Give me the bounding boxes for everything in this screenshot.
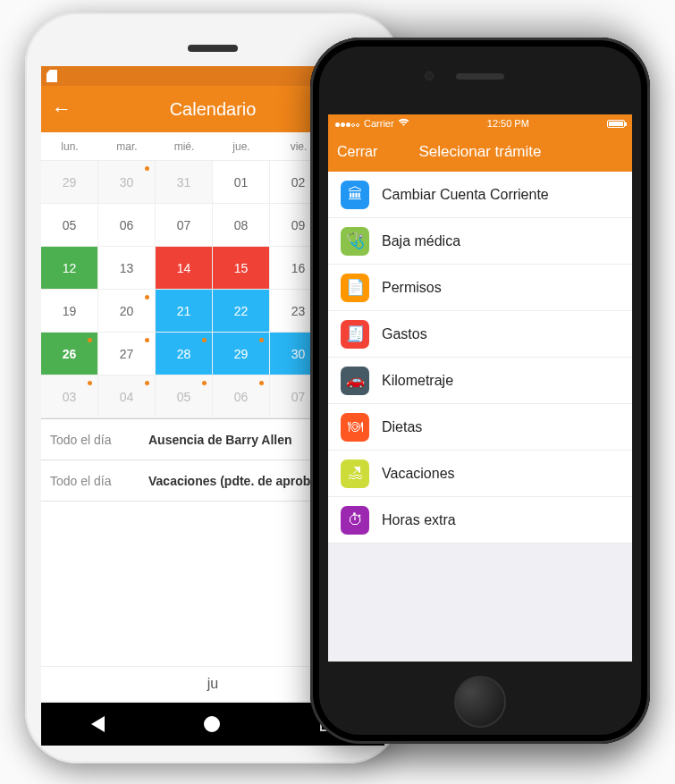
- event-dot-icon: [259, 338, 264, 342]
- event-dot-icon: [202, 338, 207, 342]
- list-item-label: Baja médica: [382, 233, 460, 249]
- clock-icon: ⏱: [341, 506, 369, 535]
- device-speaker: [456, 73, 504, 80]
- calendar-cell[interactable]: 05: [156, 375, 213, 418]
- calendar-cell[interactable]: 04: [98, 375, 156, 418]
- list-item[interactable]: 🚗Kilometraje: [328, 358, 632, 404]
- event-dot-icon: [202, 381, 207, 385]
- event-time: Todo el día: [50, 433, 148, 447]
- calendar-cell[interactable]: 12: [41, 247, 98, 290]
- document-icon: 📄: [341, 274, 369, 302]
- list-item[interactable]: 🩺Baja médica: [328, 218, 632, 265]
- battery-icon: [607, 120, 625, 128]
- ios-statusbar: Carrier 12:50 PM: [328, 114, 632, 132]
- signal-dots-icon: [335, 118, 360, 129]
- tramite-list: 🏛Cambiar Cuenta Corriente🩺Baja médica📄Pe…: [328, 172, 632, 544]
- nav-back-icon[interactable]: [91, 716, 105, 732]
- list-item-label: Permisos: [382, 280, 442, 296]
- calendar-cell[interactable]: 19: [41, 290, 98, 333]
- beach-icon: 🏖: [341, 459, 369, 488]
- list-item-label: Horas extra: [382, 512, 456, 528]
- clock-label: 12:50 PM: [487, 118, 529, 129]
- calendar-cell[interactable]: 08: [213, 204, 270, 247]
- list-item-label: Kilometraje: [382, 373, 453, 389]
- event-dot-icon: [259, 381, 264, 385]
- event-dot-icon: [145, 295, 149, 299]
- calendar-cell[interactable]: 07: [156, 204, 213, 247]
- calendar-cell[interactable]: 30: [98, 161, 156, 204]
- calendar-cell[interactable]: 29: [41, 161, 98, 204]
- weekday-label: lun.: [41, 132, 98, 160]
- car-icon: 🚗: [341, 367, 369, 395]
- list-item[interactable]: 🧾Gastos: [328, 311, 632, 358]
- event-time: Todo el día: [50, 474, 148, 488]
- list-item[interactable]: 🏖Vacaciones: [328, 451, 632, 497]
- calendar-cell[interactable]: 21: [156, 290, 213, 333]
- calendar-cell[interactable]: 27: [98, 333, 156, 375]
- calendar-cell[interactable]: 29: [213, 333, 270, 375]
- meal-icon: 🍽: [341, 413, 369, 442]
- list-item[interactable]: 🏛Cambiar Cuenta Corriente: [328, 172, 632, 218]
- event-dot-icon: [145, 381, 149, 385]
- iphone-device: Carrier 12:50 PM Cerrar Selecionar trámi…: [310, 38, 650, 744]
- weekday-label: mié.: [156, 132, 213, 160]
- calendar-cell[interactable]: 22: [213, 290, 270, 333]
- receipt-icon: 🧾: [341, 320, 369, 349]
- page-title: Selecionar trámite: [391, 143, 623, 161]
- ios-header: Cerrar Selecionar trámite: [328, 132, 632, 172]
- event-dot-icon: [145, 166, 149, 171]
- home-button[interactable]: [454, 676, 506, 728]
- event-dot-icon: [88, 381, 92, 385]
- calendar-cell[interactable]: 06: [213, 375, 270, 418]
- bank-icon: 🏛: [341, 181, 369, 209]
- event-dot-icon: [145, 338, 149, 342]
- stethoscope-icon: 🩺: [341, 227, 369, 256]
- list-item-label: Dietas: [382, 419, 422, 435]
- weekday-label: jue.: [213, 132, 270, 160]
- calendar-cell[interactable]: 14: [156, 247, 213, 290]
- calendar-cell[interactable]: 05: [41, 204, 98, 247]
- list-item[interactable]: 🍽Dietas: [328, 404, 632, 451]
- weekday-label: mar.: [98, 132, 156, 160]
- list-item[interactable]: 📄Permisos: [328, 265, 632, 311]
- calendar-cell[interactable]: 31: [156, 161, 213, 204]
- list-item[interactable]: ⏱Horas extra: [328, 497, 632, 544]
- device-speaker: [188, 45, 238, 52]
- carrier-label: Carrier: [364, 118, 394, 129]
- calendar-cell[interactable]: 26: [41, 333, 98, 375]
- nav-home-icon[interactable]: [204, 716, 220, 732]
- calendar-cell[interactable]: 01: [213, 161, 270, 204]
- wifi-icon: [398, 118, 409, 129]
- list-item-label: Vacaciones: [382, 466, 455, 482]
- list-item-label: Cambiar Cuenta Corriente: [382, 187, 549, 203]
- device-camera: [425, 72, 434, 80]
- calendar-cell[interactable]: 06: [98, 204, 156, 247]
- iphone-screen: Carrier 12:50 PM Cerrar Selecionar trámi…: [328, 114, 632, 662]
- calendar-cell[interactable]: 20: [98, 290, 156, 333]
- calendar-cell[interactable]: 28: [156, 333, 213, 375]
- event-dot-icon: [88, 338, 92, 342]
- calendar-cell[interactable]: 15: [213, 247, 270, 290]
- list-item-label: Gastos: [382, 326, 427, 342]
- calendar-cell[interactable]: 03: [41, 375, 98, 418]
- close-button[interactable]: Cerrar: [337, 144, 391, 160]
- back-button[interactable]: ←: [52, 97, 79, 121]
- calendar-cell[interactable]: 13: [98, 247, 156, 290]
- sd-card-icon: [46, 70, 57, 82]
